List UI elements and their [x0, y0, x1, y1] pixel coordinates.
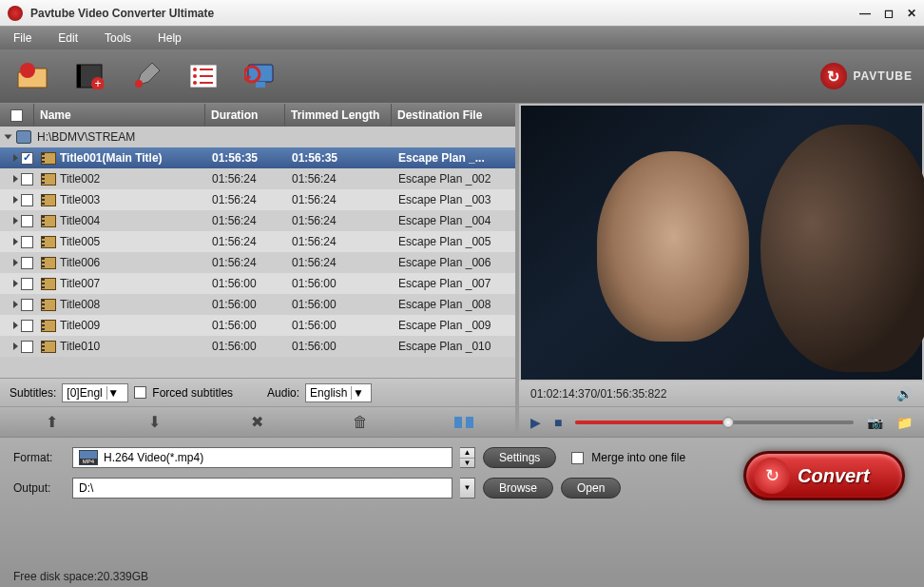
row-trimmed: 01:56:24	[288, 168, 395, 189]
expand-icon[interactable]	[13, 322, 18, 329]
row-checkbox[interactable]	[21, 215, 33, 227]
table-row[interactable]: Title00301:56:2401:56:24Escape Plan _003	[0, 189, 515, 210]
row-trimmed: 01:56:00	[288, 294, 395, 315]
header-duration[interactable]: Duration	[205, 104, 285, 127]
row-checkbox[interactable]	[21, 173, 33, 186]
volume-icon[interactable]: 🔊	[896, 386, 913, 401]
edit-button[interactable]	[125, 57, 167, 95]
audio-select[interactable]: English▼	[305, 383, 372, 402]
row-checkbox[interactable]	[21, 152, 33, 165]
brand: PAVTUBE	[820, 63, 913, 89]
row-duration: 01:56:24	[208, 252, 288, 273]
row-name: Title007	[60, 277, 100, 290]
row-destination: Escape Plan _009	[395, 315, 515, 336]
svg-rect-2	[77, 65, 81, 88]
open-button[interactable]: Open	[561, 478, 621, 499]
film-icon	[41, 257, 56, 269]
expand-icon[interactable]	[13, 217, 18, 225]
format-field[interactable]: H.264 Video(*.mp4)	[72, 447, 452, 468]
table-row[interactable]: Title00201:56:2401:56:24Escape Plan _002	[0, 168, 515, 189]
film-icon	[41, 320, 56, 332]
expand-icon[interactable]	[5, 135, 12, 140]
merge-checkbox[interactable]	[571, 452, 584, 464]
forced-subtitles-checkbox[interactable]	[134, 386, 146, 399]
row-checkbox[interactable]	[21, 194, 33, 206]
expand-icon[interactable]	[13, 259, 18, 266]
seek-bar[interactable]	[575, 421, 854, 424]
row-duration: 01:56:00	[208, 336, 288, 357]
expand-icon[interactable]	[13, 301, 18, 308]
menu-edit[interactable]: Edit	[58, 31, 78, 45]
row-checkbox[interactable]	[21, 278, 33, 290]
browse-button[interactable]: Browse	[483, 478, 553, 499]
table-header: Name Duration Trimmed Length Destination…	[0, 104, 515, 127]
table-row[interactable]: Title01001:56:0001:56:00Escape Plan _010	[0, 336, 515, 357]
menu-tools[interactable]: Tools	[105, 31, 131, 45]
stop-button[interactable]: ■	[554, 415, 562, 430]
merge-button[interactable]	[454, 413, 473, 432]
play-button[interactable]: ▶	[530, 415, 541, 430]
preview-button[interactable]	[240, 57, 281, 95]
row-checkbox[interactable]	[21, 257, 33, 269]
preview-window[interactable]	[521, 106, 922, 380]
subtitles-value: [0]Engl	[67, 386, 102, 400]
remove-button[interactable]: ✖	[248, 413, 267, 432]
settings-button[interactable]: Settings	[483, 447, 556, 468]
move-up-button[interactable]: ⬆	[42, 413, 61, 432]
list-button[interactable]	[183, 57, 224, 95]
row-destination: Escape Plan _004	[395, 210, 515, 231]
row-destination: Escape Plan _005	[395, 231, 515, 252]
add-video-button[interactable]: +	[68, 57, 110, 95]
expand-icon[interactable]	[13, 342, 18, 350]
expand-icon[interactable]	[13, 238, 18, 245]
source-path: H:\BDMV\STREAM	[37, 130, 135, 144]
subtitles-select[interactable]: [0]Engl▼	[62, 383, 128, 402]
table-row[interactable]: Title00401:56:2401:56:24Escape Plan _004	[0, 210, 515, 231]
select-all-checkbox[interactable]	[10, 109, 23, 122]
row-destination: Escape Plan _003	[395, 189, 515, 210]
preview-pane: 01:02:14:370/01:56:35:822 🔊 ▶ ■ 📷 📁	[519, 104, 924, 437]
table-row[interactable]: Title00901:56:0001:56:00Escape Plan _009	[0, 315, 515, 336]
expand-icon[interactable]	[13, 280, 18, 287]
row-name: Title002	[60, 172, 100, 186]
close-button[interactable]: ✕	[907, 7, 916, 20]
row-checkbox[interactable]	[21, 320, 33, 332]
row-trimmed: 01:56:24	[288, 210, 395, 231]
svg-point-11	[193, 81, 197, 85]
table-row[interactable]: Title00701:56:0001:56:00Escape Plan _007	[0, 273, 515, 294]
expand-icon[interactable]	[13, 154, 18, 162]
minimize-button[interactable]: —	[859, 7, 871, 20]
table-row[interactable]: Title00601:56:2401:56:24Escape Plan _006	[0, 252, 515, 273]
row-checkbox[interactable]	[21, 236, 33, 248]
output-dropdown[interactable]: ▼	[460, 478, 475, 499]
move-down-button[interactable]: ⬇	[145, 413, 164, 432]
menu-file[interactable]: File	[13, 31, 31, 45]
film-icon	[41, 278, 56, 290]
row-destination: Escape Plan _008	[395, 294, 515, 315]
maximize-button[interactable]: ◻	[884, 7, 894, 20]
header-name[interactable]: Name	[34, 104, 205, 127]
table-row[interactable]: Title00501:56:2401:56:24Escape Plan _005	[0, 231, 515, 252]
table-row[interactable]: Title001(Main Title)01:56:3501:56:35Esca…	[0, 147, 515, 168]
load-folder-button[interactable]	[11, 57, 53, 95]
row-destination: Escape Plan _010	[395, 336, 515, 357]
svg-text:+: +	[94, 77, 101, 89]
expand-icon[interactable]	[13, 196, 18, 204]
delete-button[interactable]: 🗑	[351, 413, 370, 432]
table-row[interactable]: Title00801:56:0001:56:00Escape Plan _008	[0, 294, 515, 315]
convert-button[interactable]: ↻ Convert	[743, 451, 905, 500]
row-duration: 01:56:35	[208, 147, 288, 168]
output-value: D:\	[79, 481, 93, 495]
row-checkbox[interactable]	[21, 299, 33, 311]
snapshot-folder-button[interactable]: 📁	[896, 415, 913, 430]
format-spin[interactable]: ▲▼	[460, 447, 475, 468]
row-checkbox[interactable]	[21, 341, 33, 353]
header-destination[interactable]: Destination File	[392, 104, 515, 127]
menu-help[interactable]: Help	[158, 31, 182, 45]
output-field[interactable]: D:\	[72, 478, 452, 499]
row-trimmed: 01:56:35	[288, 147, 395, 168]
header-trimmed[interactable]: Trimmed Length	[285, 104, 392, 127]
snapshot-button[interactable]: 📷	[867, 415, 883, 430]
expand-icon[interactable]	[13, 175, 18, 183]
source-row[interactable]: H:\BDMV\STREAM	[0, 127, 515, 147]
